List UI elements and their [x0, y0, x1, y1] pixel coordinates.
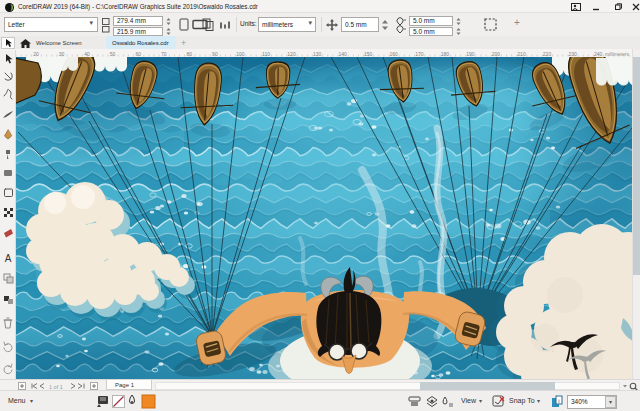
svg-text:60: 60	[135, 51, 141, 57]
svg-text:240: 240	[594, 51, 603, 57]
svg-text:230: 230	[568, 51, 577, 57]
svg-text:200: 200	[492, 51, 501, 57]
svg-text:70: 70	[161, 51, 167, 57]
svg-text:100: 100	[236, 51, 245, 57]
svg-text:A: A	[5, 253, 12, 264]
svg-text:160: 160	[390, 51, 399, 57]
svg-text:170: 170	[415, 51, 424, 57]
svg-text:millimeters: millimeters	[605, 51, 629, 57]
svg-text:140: 140	[338, 51, 347, 57]
svg-text:150: 150	[364, 51, 373, 57]
svg-text:180: 180	[441, 51, 450, 57]
svg-text:20: 20	[33, 51, 39, 57]
svg-text:190: 190	[466, 51, 475, 57]
svg-text:210: 210	[517, 51, 526, 57]
svg-text:1 of 1: 1 of 1	[49, 383, 63, 389]
svg-text:130: 130	[313, 51, 322, 57]
svg-text:110: 110	[262, 51, 270, 57]
svg-text:50: 50	[110, 51, 116, 57]
svg-text:40: 40	[84, 51, 90, 57]
svg-text:90: 90	[212, 51, 218, 57]
svg-text:220: 220	[543, 51, 552, 57]
svg-text:80: 80	[187, 51, 193, 57]
svg-text:i: i	[558, 398, 559, 404]
svg-text:120: 120	[287, 51, 296, 57]
svg-text:30: 30	[59, 51, 65, 57]
